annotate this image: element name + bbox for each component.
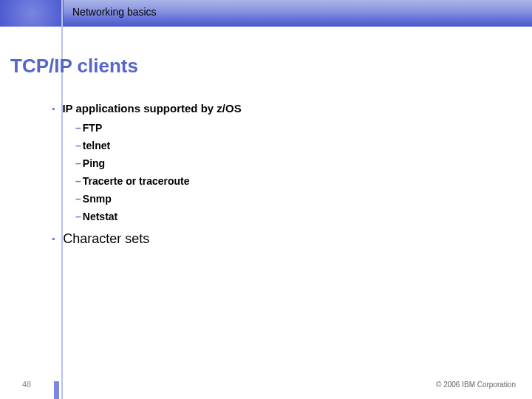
sub-bullet-text: FTP xyxy=(83,122,102,134)
sub-bullet: –FTP xyxy=(75,122,495,134)
header-accent xyxy=(0,0,64,27)
square-bullet-icon: ▪ xyxy=(52,103,55,114)
dash-icon: – xyxy=(75,211,81,222)
sub-bullet-text: telnet xyxy=(83,140,110,151)
dash-icon: – xyxy=(75,175,81,187)
slide-title: TCP/IP clients xyxy=(10,55,138,78)
sub-bullet-text: Netstat xyxy=(83,211,117,222)
sub-bullet: –Netstat xyxy=(75,211,495,222)
sub-bullet: –Tracerte or traceroute xyxy=(75,175,495,187)
slide: Networking basics TCP/IP clients ▪ IP ap… xyxy=(0,0,532,399)
dash-icon: – xyxy=(75,122,81,134)
dash-icon: – xyxy=(75,193,81,205)
footer: 48 © 2006 IBM Corporation xyxy=(0,378,532,399)
dash-icon: – xyxy=(75,140,81,151)
footer-accent xyxy=(54,381,59,399)
page-number: 48 xyxy=(22,380,31,389)
sub-bullet: –telnet xyxy=(75,140,495,151)
header-section-title: Networking basics xyxy=(72,6,157,18)
sub-bullet-list: –FTP –telnet –Ping –Tracerte or tracerou… xyxy=(75,122,495,222)
dash-icon: – xyxy=(75,157,81,169)
sub-bullet-text: Tracerte or traceroute xyxy=(83,175,190,187)
bullet-second: ▪ Character sets xyxy=(52,231,495,247)
square-bullet-icon: ▪ xyxy=(52,233,55,244)
sub-bullet: –Snmp xyxy=(75,193,495,205)
bullet-main: ▪ IP applications supported by z/OS xyxy=(52,102,495,115)
content-area: ▪ IP applications supported by z/OS –FTP… xyxy=(52,102,495,254)
bullet-second-text: Character sets xyxy=(63,231,149,246)
bullet-main-text: IP applications supported by z/OS xyxy=(62,102,241,115)
sub-bullet: –Ping xyxy=(75,157,495,169)
sub-bullet-text: Ping xyxy=(83,157,105,169)
sub-bullet-text: Snmp xyxy=(83,193,112,205)
copyright: © 2006 IBM Corporation xyxy=(436,381,516,389)
